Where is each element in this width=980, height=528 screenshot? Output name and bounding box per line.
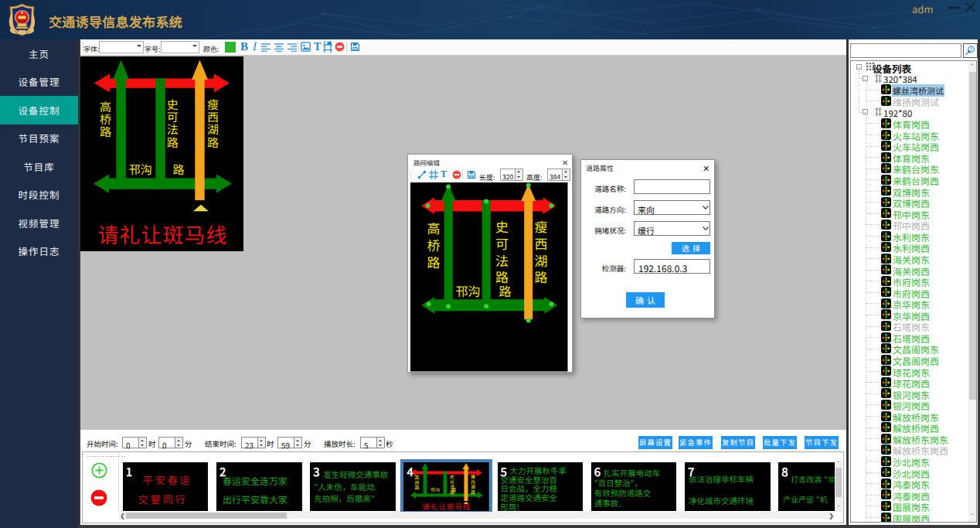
svg-text:路: 路 (167, 134, 179, 150)
svg-text:路: 路 (499, 281, 512, 300)
svg-text:路: 路 (207, 134, 219, 150)
svg-text:路: 路 (415, 484, 420, 491)
svg-text:请礼让斑马线: 请礼让斑马线 (98, 219, 228, 249)
svg-text:路: 路 (427, 252, 441, 271)
svg-text:路: 路 (535, 267, 548, 286)
svg-text:邗沟: 邗沟 (455, 281, 480, 300)
svg-text:路: 路 (471, 489, 475, 496)
svg-text:路: 路 (100, 123, 111, 139)
svg-text:邗沟: 邗沟 (430, 487, 440, 494)
svg-text:3: 3 (970, 48, 972, 52)
svg-text:路: 路 (451, 487, 456, 494)
svg-text:路: 路 (172, 161, 184, 177)
svg-text:请礼让斑马线: 请礼让斑马线 (423, 502, 471, 512)
svg-text:邗沟: 邗沟 (129, 161, 152, 177)
